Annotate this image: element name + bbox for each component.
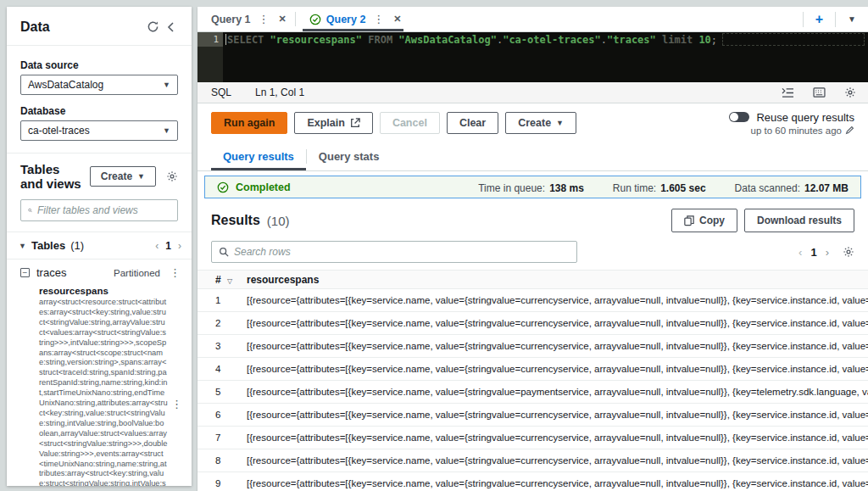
reuse-results-toggle[interactable] [729, 112, 749, 122]
edit-pencil-icon[interactable] [845, 126, 854, 135]
athena-query-editor-screen: Data Data source AwsDataCatalog ▼ Databa… [0, 0, 868, 491]
create-button[interactable]: Create ▼ [505, 112, 576, 134]
copy-label: Copy [699, 215, 725, 226]
tab-menu-kebab-icon[interactable]: ⋮ [256, 13, 272, 25]
sql-token: "traces" [607, 34, 656, 46]
search-rows-input[interactable] [234, 246, 570, 258]
table-row[interactable]: 1[{resource={attributes=[{key=service.na… [198, 289, 868, 312]
sql-token: "AwsDataCatalog" [398, 34, 497, 46]
tables-tree: − traces Partitioned ⋮ resourcespans arr… [7, 259, 192, 486]
database-value: ca-otel-traces [28, 125, 90, 137]
sql-line[interactable]: SELECT "resourcespans" FROM "AwsDataCata… [223, 32, 868, 47]
row-resourcespans-value: [{resource={attributes=[{key=service.nam… [247, 295, 868, 305]
results-tab-bar: Query results Query stats [198, 142, 868, 171]
create-button-label: Create [101, 170, 132, 182]
tab-query-results[interactable]: Query results [211, 142, 306, 170]
table-field-resourcespans: resourcespans array<struct<resource:stru… [39, 286, 183, 486]
query-stat: Run time:1.605 sec [613, 182, 706, 194]
tab-menu-kebab-icon[interactable]: ⋮ [370, 13, 387, 25]
table-row[interactable]: 8[{resource={attributes=[{key=service.na… [198, 449, 868, 472]
format-query-icon[interactable] [778, 86, 798, 100]
data-source-value: AwsDataCatalog [28, 79, 103, 91]
status-badge: Completed [236, 181, 442, 193]
copy-button[interactable]: Copy [671, 209, 737, 232]
sql-token: ; [711, 34, 717, 46]
table-row[interactable]: 7[{resource={attributes=[{key=service.na… [198, 427, 868, 449]
data-side-panel: Data Data source AwsDataCatalog ▼ Databa… [7, 7, 192, 486]
collapse-panel-icon[interactable] [163, 20, 180, 34]
close-icon[interactable]: ✕ [279, 14, 287, 25]
row-index: 5 [198, 387, 247, 397]
tab-query-2[interactable]: Query 2 ⋮ ✕ [296, 7, 410, 31]
data-source-label: Data source [20, 59, 178, 71]
table-row[interactable]: 5[{resource={attributes=[{key=service.na… [198, 381, 868, 404]
query-results-pane: Completed Time in queue:138 msRun time:1… [198, 171, 868, 491]
keyboard-shortcuts-icon[interactable] [810, 86, 829, 99]
row-resourcespans-value: [{resource={attributes=[{key=service.nam… [247, 410, 868, 420]
table-actions-kebab-icon[interactable]: ⋮ [167, 266, 183, 279]
table-row[interactable]: 9[{resource={attributes=[{key=service.na… [198, 472, 868, 491]
collapse-table-icon[interactable]: − [20, 268, 30, 277]
tables-filter-box [20, 199, 178, 221]
sql-editor[interactable]: 1 SELECT "resourcespans" FROM "AwsDataCa… [198, 32, 868, 82]
tables-section-toggle[interactable]: ▼ Tables (1) ‹ 1 › [7, 232, 192, 259]
results-search-row: ‹ 1 › [198, 236, 868, 270]
table-row[interactable]: 2[{resource={attributes=[{key=service.na… [198, 312, 868, 335]
tables-settings-gear-icon[interactable] [163, 169, 181, 184]
database-label: Database [20, 105, 178, 117]
next-page-icon[interactable]: › [178, 240, 181, 252]
query-stat: Data scanned:12.07 MB [735, 182, 849, 194]
download-results-button[interactable]: Download results [744, 209, 854, 232]
tab-query-stats[interactable]: Query stats [307, 142, 392, 170]
sql-token [656, 34, 662, 46]
table-row[interactable]: 6[{resource={attributes=[{key=service.na… [198, 404, 868, 427]
text-cursor [225, 34, 226, 45]
editor-settings-gear-icon[interactable] [841, 85, 860, 100]
next-page-icon[interactable]: › [826, 246, 829, 259]
field-actions-kebab-icon[interactable]: ⋮ [169, 398, 185, 410]
data-source-select[interactable]: AwsDataCatalog ▼ [20, 75, 178, 95]
row-resourcespans-value: [{resource={attributes=[{key=service.nam… [247, 387, 868, 397]
tables-section-label: Tables [31, 239, 65, 252]
row-resourcespans-value: [{resource={attributes=[{key=service.nam… [247, 455, 868, 466]
create-table-button[interactable]: Create ▼ [90, 166, 156, 187]
results-header: Results (10) Copy Download results [198, 198, 868, 236]
page-number[interactable]: 1 [165, 240, 171, 252]
query-tab-bar: Query 1 ⋮ ✕ Query 2 ⋮ ✕ + ▼ [198, 7, 868, 32]
results-settings-gear-icon[interactable] [843, 246, 854, 258]
column-header-index[interactable]: # ▽ [198, 274, 247, 286]
results-table-body: 1[{resource={attributes=[{key=service.na… [198, 289, 868, 491]
table-row[interactable]: 4[{resource={attributes=[{key=service.na… [198, 358, 868, 381]
run-again-button[interactable]: Run again [211, 112, 287, 134]
explain-label: Explain [307, 117, 344, 129]
database-select[interactable]: ca-otel-traces ▼ [20, 120, 178, 141]
sql-token: FROM [368, 34, 392, 46]
explain-button[interactable]: Explain [294, 112, 372, 134]
clear-label: Clear [459, 117, 486, 129]
sql-token: . [601, 34, 607, 46]
page-number[interactable]: 1 [810, 246, 816, 259]
clear-button[interactable]: Clear [447, 112, 498, 134]
results-pagination: ‹ 1 › [798, 246, 854, 259]
prev-page-icon[interactable]: ‹ [155, 240, 159, 252]
tab-list-dropdown-icon[interactable]: ▼ [836, 14, 868, 24]
search-rows-box [211, 241, 577, 263]
check-circle-icon [217, 181, 229, 193]
row-index: 8 [198, 455, 247, 466]
cancel-label: Cancel [392, 117, 427, 129]
column-header-resourcespans[interactable]: resourcespans [247, 274, 868, 286]
row-index: 4 [198, 364, 247, 374]
chevron-down-icon: ▼ [163, 81, 170, 89]
new-query-tab-button[interactable]: + [804, 12, 835, 27]
data-panel-title: Data [20, 20, 143, 35]
close-icon[interactable]: ✕ [393, 14, 401, 25]
tab-query-1[interactable]: Query 1 ⋮ ✕ [198, 7, 295, 31]
table-row-traces[interactable]: − traces Partitioned ⋮ [20, 266, 183, 279]
prev-page-icon[interactable]: ‹ [798, 246, 802, 259]
active-line-highlight [722, 33, 865, 46]
tables-filter-input[interactable] [37, 204, 170, 216]
row-index: 3 [198, 341, 247, 351]
sql-token [264, 34, 270, 46]
refresh-icon[interactable] [143, 19, 163, 35]
table-row[interactable]: 3[{resource={attributes=[{key=service.na… [198, 335, 868, 358]
